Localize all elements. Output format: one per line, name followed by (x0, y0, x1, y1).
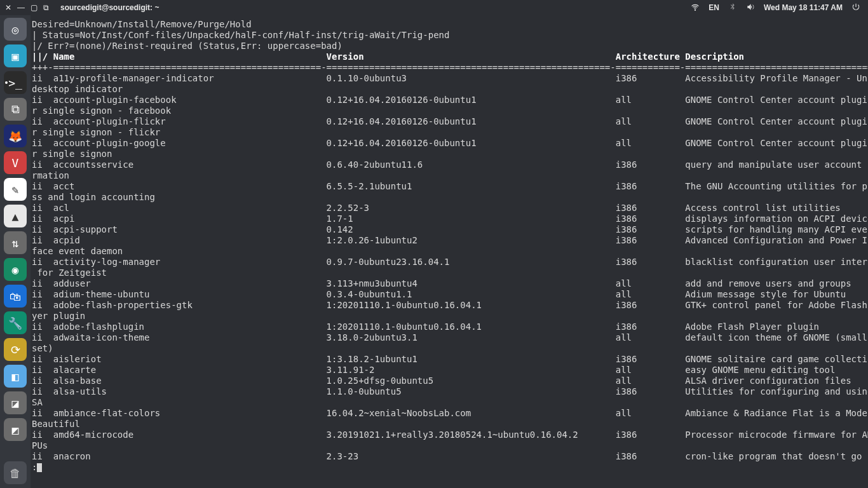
firefox-icon[interactable]: 🦊 (4, 125, 27, 147)
window-minimize-icon[interactable]: — (18, 4, 24, 11)
power-icon[interactable] (851, 3, 860, 13)
terminal-title-icon: ⧉ (43, 3, 49, 12)
transmission-icon[interactable]: ⇅ (4, 231, 27, 254)
volume-icon[interactable] (746, 3, 755, 13)
text-editor-icon[interactable]: ✎ (4, 178, 27, 201)
software-icon[interactable]: 🛍 (4, 285, 27, 308)
settings-icon[interactable]: 🔧 (4, 311, 27, 334)
trash-icon[interactable]: 🗑 (4, 461, 27, 484)
clock[interactable]: Wed May 18 11:47 AM (764, 3, 843, 12)
wifi-icon[interactable] (691, 3, 700, 13)
window-title: sourcedigit@sourcedigit: ~ (60, 3, 159, 12)
window-maximize-icon[interactable]: ▢ (31, 4, 37, 11)
keyboard-lang[interactable]: EN (709, 3, 719, 12)
bluetooth-icon[interactable] (728, 3, 737, 13)
terminal-cursor (37, 463, 42, 472)
window-close-icon[interactable]: ✕ (5, 4, 11, 11)
sync-icon[interactable]: ⟳ (4, 338, 27, 361)
top-panel: ✕ — ▢ ⧉ sourcedigit@sourcedigit: ~ EN We… (0, 0, 868, 15)
app-icon-2[interactable]: ◪ (4, 391, 27, 414)
ubuntu-logo-icon[interactable]: ◎ (4, 18, 27, 41)
files-icon[interactable]: ▣ (4, 44, 27, 67)
vlc-icon[interactable]: ▲ (4, 205, 27, 227)
app-icon-3[interactable]: ◩ (4, 418, 27, 441)
app-icon-1[interactable]: ◧ (4, 365, 27, 388)
screenshot-icon[interactable]: ◉ (4, 258, 27, 281)
terminal-icon[interactable]: >_ (4, 71, 27, 94)
archive-icon[interactable]: ⧉ (4, 98, 27, 121)
terminal-output[interactable]: Desired=Unknown/Install/Remove/Purge/Hol… (31, 15, 868, 488)
vivaldi-icon[interactable]: V (4, 151, 27, 174)
launcher-dock: ◎▣>_⧉🦊V✎▲⇅◉🛍🔧⟳◧◪◩🗑 (0, 15, 31, 488)
